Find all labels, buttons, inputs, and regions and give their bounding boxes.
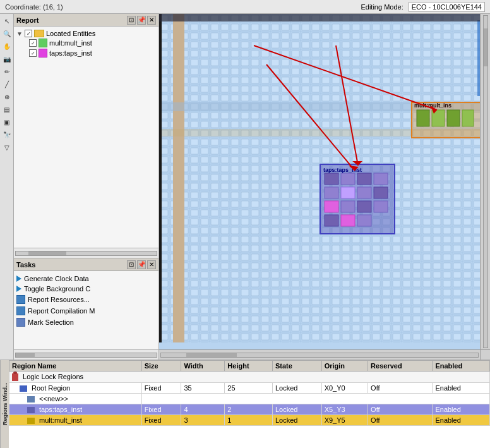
regions-sidebar-label: Regions Wind... bbox=[0, 360, 9, 448]
taps-height: 2 bbox=[225, 404, 273, 415]
root-checkbox[interactable] bbox=[25, 30, 32, 37]
root-reserved: Off bbox=[368, 383, 433, 394]
report-restore-btn[interactable]: ⊡ bbox=[127, 16, 136, 25]
located-entities-label: Located Entities bbox=[46, 30, 95, 37]
tool-line[interactable]: ╱ bbox=[1, 78, 13, 90]
report-title: Report bbox=[16, 16, 39, 24]
report-pin-btn[interactable]: 📌 bbox=[137, 16, 146, 25]
taps-name: taps:taps_inst bbox=[9, 404, 142, 415]
svg-rect-19 bbox=[325, 173, 338, 185]
taps-enabled: Enabled bbox=[433, 404, 490, 415]
tree-item-mult[interactable]: mult:mult_inst bbox=[16, 38, 156, 48]
mult-origin: X9_Y5 bbox=[321, 415, 368, 426]
editing-mode-label: Editing Mode: bbox=[361, 3, 403, 11]
h-scrollbar-thumb[interactable] bbox=[186, 353, 237, 357]
tasks-restore-btn[interactable]: ⊡ bbox=[127, 260, 136, 269]
tool-zoom[interactable]: 🔍 bbox=[1, 28, 13, 39]
report-scrollbar[interactable] bbox=[14, 248, 158, 258]
canvas-area[interactable]: mult:mult_ins ta bbox=[159, 14, 490, 360]
tool-chip[interactable]: ▣ bbox=[1, 116, 13, 128]
task-report-compilation-label: Report Compilation M bbox=[28, 307, 95, 315]
table-row-taps[interactable]: taps:taps_inst Fixed 4 2 Locked X5_Y3 Of… bbox=[9, 404, 490, 415]
svg-rect-26 bbox=[374, 187, 388, 198]
taps-checkbox[interactable] bbox=[29, 49, 37, 57]
svg-rect-29 bbox=[357, 201, 371, 212]
tool-camera[interactable]: 📷 bbox=[1, 53, 13, 64]
root-height: 25 bbox=[225, 383, 273, 394]
col-enabled: Enabled bbox=[433, 361, 490, 372]
tasks-scrollbar[interactable] bbox=[14, 349, 158, 360]
taps-color-icon bbox=[39, 49, 47, 58]
v-scrollbar-thumb[interactable] bbox=[484, 28, 487, 66]
svg-rect-15 bbox=[447, 110, 460, 126]
report-close-btn[interactable]: ✕ bbox=[147, 16, 156, 25]
col-width: Width bbox=[181, 361, 225, 372]
task-report-compilation[interactable]: Report Compilation M bbox=[16, 305, 156, 317]
svg-rect-13 bbox=[417, 110, 429, 126]
tool-select[interactable]: ↖ bbox=[1, 15, 13, 27]
col-region-name: Region Name bbox=[9, 361, 142, 372]
scrollbar-thumb[interactable] bbox=[28, 251, 66, 255]
tool-binoculars[interactable]: 🔭 bbox=[1, 129, 13, 140]
top-bar: Coordinate: (16, 1) Editing Mode: ECO - … bbox=[0, 0, 490, 14]
svg-rect-31 bbox=[325, 215, 338, 226]
taps-state: Locked bbox=[272, 404, 321, 415]
table-row-mult[interactable]: mult:mult_inst Fixed 3 1 Locked X9_Y5 Of… bbox=[9, 415, 490, 426]
svg-rect-23 bbox=[325, 187, 338, 198]
table-row[interactable]: <<new>> bbox=[9, 394, 490, 404]
table-row[interactable]: Logic Lock Regions bbox=[9, 372, 490, 383]
task-generate-clock[interactable]: Generate Clock Data bbox=[16, 274, 156, 284]
table-area: Region Name Size Width Height State Orig… bbox=[9, 360, 490, 448]
svg-rect-5 bbox=[159, 14, 162, 342]
logic-lock-cell: Logic Lock Regions bbox=[9, 372, 490, 383]
col-origin: Origin bbox=[321, 361, 368, 372]
tree-item-taps[interactable]: taps:taps_inst bbox=[16, 48, 156, 58]
tasks-scrollbar-track[interactable] bbox=[15, 353, 157, 358]
task-report-resources[interactable]: Report Resources... bbox=[16, 294, 156, 305]
tree-root-item[interactable]: ▼ Located Entities bbox=[16, 29, 156, 38]
scrollbar-track[interactable] bbox=[15, 251, 157, 256]
new-name: <<new>> bbox=[9, 394, 142, 404]
taps-size: Fixed bbox=[141, 404, 181, 415]
expand-icon[interactable]: ▼ bbox=[16, 30, 23, 37]
root-width: 35 bbox=[181, 383, 225, 394]
svg-rect-24 bbox=[341, 187, 355, 198]
tool-pencil[interactable]: ✏ bbox=[1, 66, 13, 77]
col-height: Height bbox=[225, 361, 273, 372]
task-toggle-bg[interactable]: Toggle Background C bbox=[16, 284, 156, 294]
tasks-pin-btn[interactable]: 📌 bbox=[137, 260, 146, 269]
svg-rect-32 bbox=[341, 215, 355, 226]
tool-arrow-down[interactable]: ▽ bbox=[1, 142, 13, 153]
tool-node[interactable]: ⊕ bbox=[1, 91, 13, 102]
tasks-scrollbar-thumb[interactable] bbox=[16, 353, 35, 357]
task-report-resources-label: Report Resources... bbox=[28, 296, 90, 303]
mult-checkbox[interactable] bbox=[29, 39, 37, 47]
task-mark-selection[interactable]: Mark Selection bbox=[16, 317, 156, 328]
horizontal-scrollbar[interactable] bbox=[159, 349, 480, 360]
task-blue-icon-2 bbox=[16, 306, 25, 315]
tasks-panel-header: Tasks ⊡ 📌 ✕ bbox=[14, 258, 158, 271]
vertical-scrollbar[interactable] bbox=[480, 14, 490, 349]
root-name: Root Region bbox=[9, 383, 142, 394]
taps-origin: X5_Y3 bbox=[321, 404, 368, 415]
report-panel-controls: ⊡ 📌 ✕ bbox=[127, 16, 156, 25]
table-container: Region Name Size Width Height State Orig… bbox=[9, 360, 490, 448]
taps-width: 4 bbox=[181, 404, 225, 415]
mult-reserved: Off bbox=[368, 415, 433, 426]
mult-state: Locked bbox=[272, 415, 321, 426]
task-toggle-bg-label: Toggle Background C bbox=[24, 285, 90, 293]
mult-height: 1 bbox=[225, 415, 273, 426]
col-reserved: Reserved bbox=[368, 361, 433, 372]
mult-width: 3 bbox=[181, 415, 225, 426]
root-size: Fixed bbox=[141, 383, 181, 394]
svg-rect-28 bbox=[341, 201, 355, 212]
tool-pan[interactable]: ✋ bbox=[1, 40, 13, 52]
tool-layers[interactable]: ▤ bbox=[1, 104, 13, 115]
svg-rect-30 bbox=[374, 201, 388, 212]
svg-rect-11 bbox=[159, 14, 480, 21]
coordinate-display: Coordinate: (16, 1) bbox=[5, 3, 63, 11]
table-row[interactable]: Root Region Fixed 35 25 Locked X0_Y0 Off… bbox=[9, 383, 490, 394]
tasks-close-btn[interactable]: ✕ bbox=[147, 260, 156, 269]
folder-icon bbox=[34, 30, 44, 37]
left-toolbar: ↖ 🔍 ✋ 📷 ✏ ╱ ⊕ ▤ ▣ 🔭 ▽ bbox=[0, 14, 14, 360]
